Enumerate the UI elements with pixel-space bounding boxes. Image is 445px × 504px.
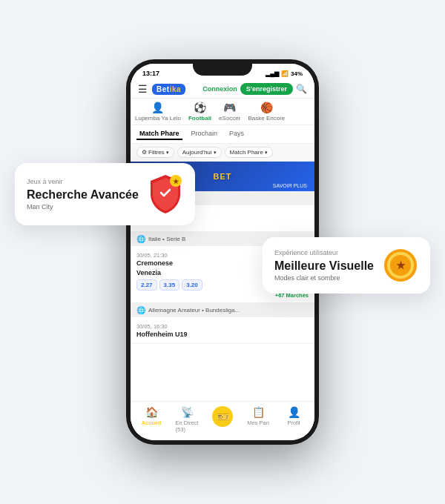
lupemba-icon: 👤: [151, 102, 164, 113]
tab-basketball[interactable]: 🏀 Baske Encore: [248, 102, 285, 122]
register-button[interactable]: S'enregistrer: [240, 83, 293, 95]
gold-coin-icon: ★: [383, 248, 418, 283]
nav-en-direct[interactable]: 📡 En Direct(53): [169, 406, 205, 433]
chevron-down-icon-3: ▾: [265, 150, 268, 156]
logo: Betika: [152, 84, 185, 95]
esoccer-label: eSoccer: [219, 115, 240, 122]
filter-row: ⚙ Filtres ▾ Aujourd'hui ▾ Match Phare ▾: [131, 144, 314, 162]
menu-icon[interactable]: ☰: [138, 83, 148, 95]
odd-1-btn[interactable]: 2.27: [136, 279, 157, 291]
feature-card-right-content: Expérience utilisateur Meilleure Visuell…: [274, 249, 374, 282]
svg-text:★: ★: [396, 259, 406, 271]
header: ☰ Betika Connexion S'enregistrer 🔍: [131, 80, 314, 99]
feature-card-left-eyebrow: Jeux à venir: [27, 178, 139, 185]
tab-prochain[interactable]: Prochain: [188, 128, 221, 140]
nav-en-direct-label: En Direct(53): [176, 420, 199, 433]
filter-filtres-label: Filtres: [148, 149, 165, 156]
basketball-label: Baske Encore: [248, 115, 285, 122]
match-date-2: 30/05, 21:30: [136, 252, 168, 259]
live-icon: 📡: [181, 406, 194, 418]
signal-icon: 📶: [281, 70, 289, 77]
odd-2-btn[interactable]: 3.35: [159, 279, 180, 291]
filter-match-label: Match Phare: [230, 149, 263, 156]
scene: Jeux à venir Recherche Avancée Man City …: [0, 0, 445, 504]
football-icon: ⚽: [194, 102, 206, 113]
svg-text:★: ★: [173, 178, 179, 185]
phone-notch: [193, 59, 252, 76]
filter-match-phare[interactable]: Match Phare ▾: [225, 147, 273, 158]
match-item-3[interactable]: 30/05, 16:30 Hoffenheim U19: [131, 317, 314, 344]
home-icon: 🏠: [145, 406, 158, 418]
banner-sub-text: SAVOIR PLUS: [273, 183, 307, 188]
header-center: Connexion S'enregistrer 🔍: [202, 83, 307, 95]
match-date-3: 30/05, 16:30: [136, 323, 168, 330]
search-icon[interactable]: 🔍: [296, 84, 307, 94]
nav-accueil-label: Accueil: [142, 420, 162, 426]
shield-badge-icon: ★: [148, 173, 183, 215]
feature-card-left: Jeux à venir Recherche Avancée Man City …: [15, 163, 195, 225]
sports-tabs: 👤 Lupemba Ya Lelo ⚽ Football 🎮 eSoccer 🏀…: [131, 99, 314, 125]
odd-3-btn[interactable]: 3.20: [182, 279, 202, 291]
nav-coupon[interactable]: 🎫: [205, 406, 240, 433]
nav-mes-pari-label: Mes Pari: [247, 420, 269, 426]
lupemba-label: Lupemba Ya Lelo: [135, 115, 181, 122]
league-name-italie: Italie • Serie B: [148, 236, 185, 242]
odds-container-2: 2.27 3.35 3.20: [136, 279, 202, 291]
nav-profil-label: Profil: [287, 420, 300, 426]
banner-main-text: BET: [214, 172, 232, 181]
coupon-icon: 🎫: [212, 406, 233, 427]
league-icon-allemagne: 🌐: [136, 306, 145, 314]
league-header-allemagne: 🌐 Allemagne Amateur • Bundesliga...: [131, 303, 314, 317]
tab-football[interactable]: ⚽ Football: [188, 102, 211, 122]
filter-date-label: Aujourd'hui: [182, 149, 212, 156]
nav-accueil[interactable]: 🏠 Accueil: [134, 406, 169, 433]
basketball-icon: 🏀: [260, 102, 273, 113]
feature-card-right-title: Meilleure Visuelle: [274, 259, 374, 273]
status-time: 13:17: [142, 70, 159, 77]
tab-pays[interactable]: Pays: [226, 128, 247, 140]
filter-icon: ⚙: [142, 149, 147, 156]
connexion-button[interactable]: Connexion: [202, 85, 237, 93]
match-odds-row-3: 30/05, 16:30: [136, 323, 309, 330]
tab-esoccer[interactable]: 🎮 eSoccer: [219, 102, 240, 122]
football-label: Football: [188, 115, 211, 122]
feature-card-right-eyebrow: Expérience utilisateur: [274, 249, 374, 256]
feature-card-left-subtitle: Man City: [27, 203, 139, 210]
battery-icon: 34%: [291, 70, 303, 77]
esoccer-icon: 🎮: [223, 102, 236, 113]
league-icon-italie: 🌐: [136, 235, 145, 243]
tab-match-phare[interactable]: Match Phare: [136, 128, 182, 140]
profile-icon: 👤: [288, 406, 300, 418]
feature-card-left-title: Recherche Avancée: [27, 188, 139, 202]
match-tabs: Match Phare Prochain Pays: [131, 125, 314, 144]
filter-filtres[interactable]: ⚙ Filtres ▾: [136, 147, 174, 158]
league-name-allemagne: Allemagne Amateur • Bundesliga...: [148, 307, 240, 314]
header-left: ☰ Betika: [138, 83, 185, 95]
feature-card-right: Expérience utilisateur Meilleure Visuell…: [263, 237, 430, 294]
tab-lupemba[interactable]: 👤 Lupemba Ya Lelo: [135, 102, 181, 122]
status-icons: ▂▄▆ 📶 34%: [266, 70, 303, 77]
feature-card-right-subtitle: Modes clair et sombre: [274, 274, 374, 282]
chevron-down-icon-2: ▾: [214, 150, 217, 156]
wifi-icon: ▂▄▆: [266, 70, 279, 77]
nav-profil[interactable]: 👤 Profil: [276, 406, 312, 433]
bottom-nav: 🏠 Accueil 📡 En Direct(53) 🎫 📋 Mes Pari 👤…: [131, 401, 314, 440]
bet-icon: 📋: [252, 406, 265, 418]
filter-date[interactable]: Aujourd'hui ▾: [177, 147, 222, 158]
match-teams-3: Hoffenheim U19: [136, 330, 309, 339]
nav-mes-pari[interactable]: 📋 Mes Pari: [240, 406, 276, 433]
feature-card-left-content: Jeux à venir Recherche Avancée Man City: [27, 178, 139, 211]
chevron-down-icon: ▾: [166, 150, 169, 156]
